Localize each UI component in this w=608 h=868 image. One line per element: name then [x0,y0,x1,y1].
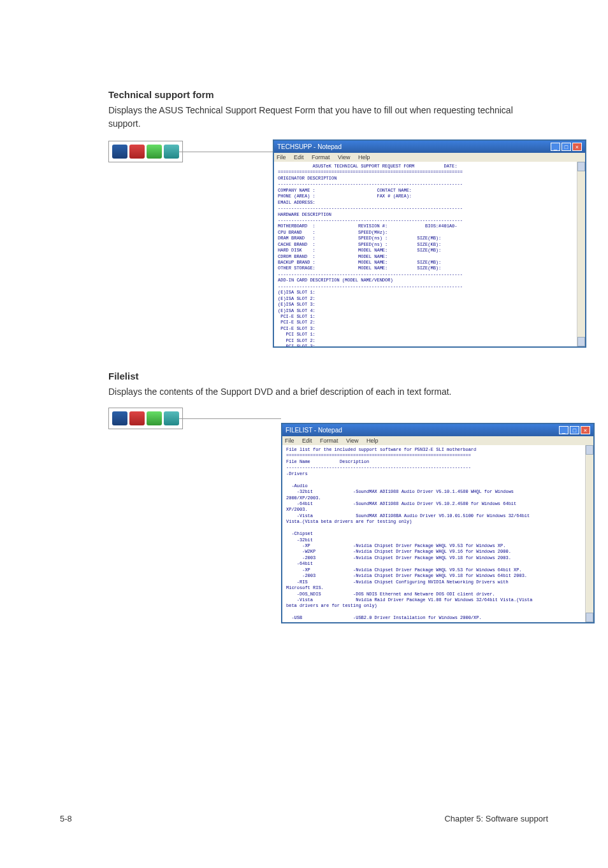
menu-format[interactable]: Format [312,154,330,160]
page-number: 5-8 [60,814,72,823]
notepad-body-1: ASUSTeK TECHNICAL SUPPORT REQUEST FORM D… [274,162,585,346]
menubar-2: File Edit Format View Help [282,436,593,445]
section1-desc: Displays the ASUS Technical Support Requ… [108,104,547,131]
notepad-window-1: TECHSUPP - Notepad _ □ × File Edit Forma… [273,139,586,348]
scrollbar-1[interactable] [577,162,585,346]
maximize-icon[interactable]: □ [561,143,571,151]
teal-icon [164,411,179,425]
mb-icon [112,411,127,425]
screenshot2: FILELIST - Notepad _ □ × File Edit Forma… [108,408,547,623]
minimize-icon[interactable]: _ [559,426,568,434]
menu-help[interactable]: Help [366,438,379,444]
titlebar-text-2: FILELIST - Notepad [286,427,342,434]
minimize-icon[interactable]: _ [551,143,560,151]
green-icon [147,411,162,425]
menubar-1: File Edit Format View Help [274,153,585,162]
callout-icons-1 [108,141,183,162]
menu-file[interactable]: File [285,438,294,444]
red-icon [129,145,145,159]
callout-line-1 [179,152,273,152]
menu-format[interactable]: Format [320,438,338,444]
notepad-window-2: FILELIST - Notepad _ □ × File Edit Forma… [281,423,595,623]
section2-title: Filelist [108,371,547,381]
titlebar-1: TECHSUPP - Notepad _ □ × [274,141,585,153]
notepad-body-2: File list for the included support softw… [282,445,593,622]
menu-view[interactable]: View [338,154,350,160]
mb-icon [112,145,127,159]
menu-help[interactable]: Help [358,154,370,160]
menu-edit[interactable]: Edit [302,438,312,444]
teal-icon [164,145,179,159]
toolbar-icons [108,141,183,162]
close-icon[interactable]: × [581,426,590,434]
titlebar-text-1: TECHSUPP - Notepad [277,143,342,150]
maximize-icon[interactable]: □ [570,426,579,434]
screenshot1: TECHSUPP - Notepad _ □ × File Edit Forma… [108,139,547,348]
window-controls-2: _ □ × [559,426,590,434]
menu-edit[interactable]: Edit [294,154,304,160]
page-footer: 5-8 Chapter 5: Software support [60,814,548,823]
callout-icons-2 [108,408,183,429]
callout-line-2 [179,418,281,419]
red-icon [129,411,145,425]
toolbar-icons-2 [108,408,183,429]
scrollbar-2[interactable] [585,445,593,622]
menu-view[interactable]: View [346,438,358,444]
menu-file[interactable]: File [277,154,286,160]
section2-desc: Displays the contents of the Support DVD… [108,385,547,399]
window-controls-1: _ □ × [551,143,582,151]
green-icon [147,145,162,159]
titlebar-2: FILELIST - Notepad _ □ × [282,424,593,436]
chapter-label: Chapter 5: Software support [444,814,548,823]
close-icon[interactable]: × [572,143,582,151]
section1-title: Technical support form [108,89,547,100]
